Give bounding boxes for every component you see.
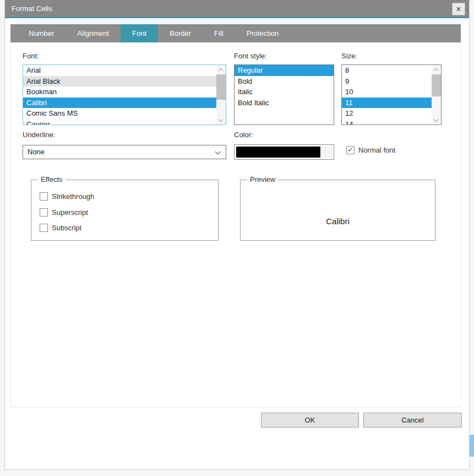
tab-strip: Number Alignment Font Border Fill Protec… (10, 24, 461, 42)
tab-number[interactable]: Number (17, 24, 66, 42)
list-item[interactable]: 12 (342, 108, 432, 119)
tab-protection[interactable]: Protection (235, 24, 291, 42)
preview-group: Preview Calibri (240, 180, 435, 241)
list-item[interactable]: Courier (23, 119, 216, 126)
subscript-label: Subscript (52, 224, 81, 232)
close-icon: ✕ (456, 5, 462, 13)
size-list-scrollbar[interactable] (432, 65, 441, 125)
strikethrough-label: Strikethrough (52, 192, 94, 201)
ok-button-label: OK (305, 416, 315, 424)
strikethrough-row[interactable]: Strikethrough (40, 192, 94, 201)
list-item-selected[interactable]: 11 (342, 98, 432, 109)
effects-legend: Effects (38, 175, 66, 183)
cancel-button[interactable]: Cancel (363, 413, 462, 428)
color-dropdown[interactable] (234, 144, 334, 160)
list-item[interactable]: Arial Black (23, 76, 216, 87)
font-label: Font: (23, 52, 39, 60)
subscript-row[interactable]: Subscript (40, 224, 81, 232)
subscript-checkbox[interactable] (40, 224, 48, 232)
font-style-listbox[interactable]: Regular Bold Italic Bold Italic (234, 64, 334, 125)
list-item-selected[interactable]: Regular (235, 65, 334, 76)
list-item[interactable]: Italic (235, 86, 334, 98)
tab-alignment[interactable]: Alignment (66, 24, 121, 42)
chevron-down-icon[interactable] (434, 118, 438, 122)
titlebar[interactable]: Format Cells ✕ (5, 0, 469, 18)
list-item[interactable]: Bookman (23, 86, 216, 98)
list-item[interactable]: Bold (235, 76, 334, 87)
list-item[interactable]: Comic Sans MS (23, 108, 216, 119)
normal-font-checkbox-row[interactable]: ✓ Normal font (346, 146, 395, 154)
chevron-down-icon (216, 150, 220, 154)
list-item[interactable]: 14 (342, 119, 432, 126)
window-title: Format Cells (12, 4, 52, 13)
font-style-label: Font style: (234, 52, 267, 60)
superscript-row[interactable]: Superscript (40, 208, 88, 217)
close-button[interactable]: ✕ (452, 3, 465, 15)
superscript-label: Superscript (52, 208, 88, 217)
normal-font-label: Normal font (358, 146, 395, 154)
chevron-up-icon[interactable] (219, 67, 223, 72)
chevron-up-icon[interactable] (434, 67, 438, 72)
preview-text: Calibri (241, 217, 435, 226)
color-label: Color: (234, 131, 253, 139)
format-cells-dialog: Format Cells ✕ Number Alignment Font Bor… (4, 0, 470, 470)
color-dropdown-button[interactable] (322, 147, 332, 158)
scrollbar-thumb[interactable] (432, 74, 441, 96)
tab-font[interactable]: Font (121, 24, 158, 42)
list-item-selected[interactable]: Calibri (23, 98, 216, 109)
tab-border[interactable]: Border (158, 24, 203, 42)
scrollbar-thumb[interactable] (216, 74, 226, 100)
superscript-checkbox[interactable] (40, 208, 48, 217)
size-label: Size: (341, 52, 357, 60)
preview-legend: Preview (247, 175, 278, 183)
strikethrough-checkbox[interactable] (40, 192, 48, 201)
underline-value: None (28, 148, 45, 156)
checkmark-icon: ✓ (347, 146, 353, 154)
tab-fill[interactable]: Fill (203, 24, 235, 42)
underline-dropdown[interactable]: None (23, 145, 226, 159)
list-item[interactable]: 10 (342, 86, 432, 98)
effects-group: Effects Strikethrough Superscript Subscr… (31, 180, 219, 241)
ok-button[interactable]: OK (261, 413, 359, 428)
cancel-button-label: Cancel (401, 416, 423, 424)
underline-label: Underline: (23, 131, 55, 139)
normal-font-checkbox[interactable]: ✓ (346, 146, 355, 154)
list-item[interactable]: Arial (23, 65, 216, 76)
font-list-scrollbar[interactable] (216, 65, 226, 125)
list-item[interactable]: 9 (342, 76, 432, 87)
font-listbox[interactable]: Arial Arial Black Bookman Calibri Comic … (23, 64, 226, 125)
color-swatch (236, 147, 320, 158)
list-item[interactable]: 8 (342, 65, 432, 76)
background-window-fragment (470, 435, 474, 457)
chevron-down-icon[interactable] (219, 118, 223, 122)
list-item[interactable]: Bold Italic (235, 98, 334, 109)
size-listbox[interactable]: 8 9 10 11 12 14 (341, 64, 442, 125)
